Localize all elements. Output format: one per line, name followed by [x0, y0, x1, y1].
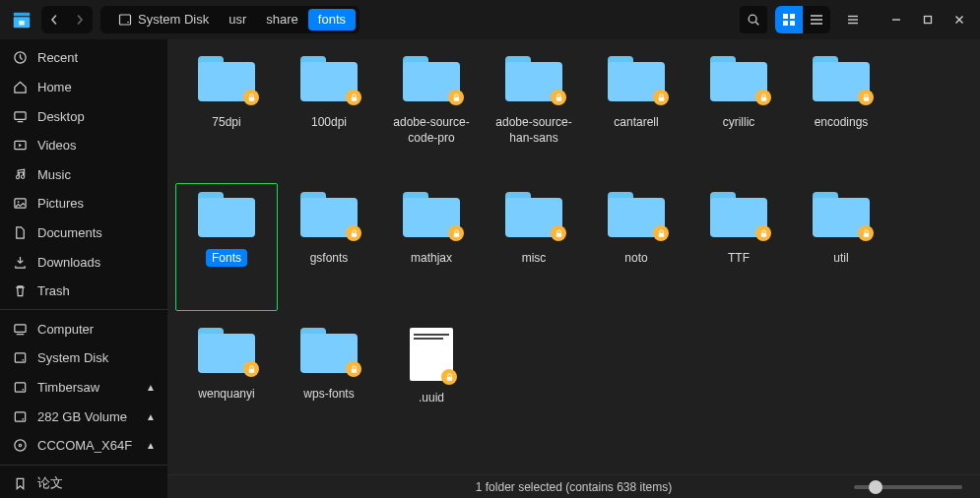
svg-rect-51 [351, 368, 356, 372]
svg-line-6 [755, 22, 758, 25]
eject-icon[interactable]: ▲ [146, 440, 156, 451]
svg-point-26 [17, 202, 19, 204]
svg-rect-49 [863, 232, 868, 236]
sidebar-item[interactable]: System Disk [0, 343, 167, 373]
sidebar-item[interactable]: Pictures [0, 189, 167, 218]
desktop-icon [12, 108, 28, 124]
nav-forward-button[interactable] [67, 6, 93, 33]
file-grid[interactable]: 75dpi100dpiadobe-source-code-proadobe-so… [167, 39, 980, 474]
folder-item[interactable]: 75dpi [175, 47, 278, 175]
sidebar-item[interactable]: Downloads [0, 247, 167, 277]
sidebar-item[interactable]: Recent [0, 43, 167, 73]
sidebar-separator [0, 309, 167, 310]
disk-icon [118, 13, 132, 27]
nav-back-button[interactable] [41, 6, 67, 33]
sidebar-item[interactable]: Trash [0, 277, 167, 306]
svg-rect-39 [453, 96, 458, 100]
folder-item[interactable]: adobe-source-han-sans [483, 47, 585, 175]
folder-item[interactable]: 100dpi [278, 47, 380, 175]
eject-icon[interactable]: ▲ [146, 382, 156, 393]
lock-badge-icon [858, 225, 874, 241]
folder-icon [198, 56, 255, 101]
lock-badge-icon [858, 90, 874, 105]
item-label: util [827, 249, 854, 267]
lock-badge-icon [346, 225, 361, 241]
list-view-button[interactable] [803, 6, 830, 33]
svg-rect-41 [658, 96, 663, 100]
folder-item[interactable]: adobe-source-code-pro [380, 47, 483, 175]
sidebar-item-label: Computer [37, 322, 94, 337]
lock-badge-icon [448, 225, 464, 241]
folder-icon [710, 56, 767, 101]
sidebar-item-label: CCCOMA_X64F [37, 438, 132, 453]
folder-item[interactable]: TTF [687, 183, 790, 311]
lock-badge-icon [346, 361, 361, 377]
svg-rect-2 [19, 21, 25, 26]
breadcrumb-segment[interactable]: share [256, 9, 308, 31]
file-item[interactable]: .uuid [380, 319, 483, 447]
minimize-button[interactable] [882, 5, 911, 34]
sidebar-item[interactable]: Documents [0, 218, 167, 248]
lock-badge-icon [448, 90, 464, 105]
svg-point-30 [22, 359, 24, 361]
breadcrumb-segment[interactable]: System Disk [108, 9, 219, 31]
sidebar-item[interactable]: 282 GB Volume▲ [0, 402, 167, 431]
sidebar-item[interactable]: Music [0, 159, 167, 189]
folder-item[interactable]: util [790, 183, 892, 311]
svg-point-35 [14, 440, 25, 451]
svg-rect-22 [14, 111, 25, 119]
view-toggle [775, 6, 830, 33]
breadcrumb-segment[interactable]: fonts [308, 9, 356, 31]
zoom-handle[interactable] [869, 480, 882, 494]
item-label: noto [619, 249, 653, 267]
item-label: 100dpi [305, 113, 353, 131]
trash-icon [12, 283, 28, 299]
icon-view-button[interactable] [775, 6, 803, 33]
lock-badge-icon [243, 361, 259, 377]
folder-item[interactable]: wps-fonts [278, 319, 380, 447]
sidebar-item[interactable]: Computer [0, 314, 167, 343]
folder-icon [505, 192, 562, 237]
sidebar-item[interactable]: CCCOMA_X64F▲ [0, 431, 167, 461]
lock-badge-icon [755, 225, 771, 241]
eject-icon[interactable]: ▲ [146, 411, 156, 422]
folder-item[interactable]: encodings [790, 47, 892, 175]
menu-button[interactable] [838, 5, 868, 34]
folder-icon [608, 56, 665, 101]
lock-badge-icon [551, 90, 566, 105]
search-button[interactable] [740, 6, 767, 33]
sidebar-item[interactable]: Videos [0, 131, 167, 160]
disk-icon [12, 379, 28, 395]
folder-icon [403, 56, 460, 101]
sidebar-item[interactable]: Home [0, 73, 167, 102]
sidebar-item[interactable]: 论文 [0, 469, 167, 499]
folder-icon [300, 56, 358, 101]
folder-item[interactable]: mathjax [380, 183, 483, 311]
breadcrumb-label: share [266, 9, 298, 31]
svg-rect-43 [863, 96, 868, 100]
clock-icon [12, 50, 28, 66]
sidebar-item[interactable]: Timbersaw▲ [0, 373, 167, 403]
folder-item[interactable]: gsfonts [278, 183, 380, 311]
sidebar: RecentHomeDesktopVideosMusicPicturesDocu… [0, 39, 167, 498]
zoom-slider[interactable] [854, 485, 962, 489]
video-icon [12, 138, 28, 154]
folder-item[interactable]: Fonts [175, 183, 278, 311]
folder-item[interactable]: noto [585, 183, 687, 311]
maximize-button[interactable] [913, 5, 943, 34]
svg-rect-44 [351, 232, 356, 236]
folder-item[interactable]: misc [483, 183, 585, 311]
folder-item[interactable]: cyrillic [687, 47, 790, 175]
folder-item[interactable]: cantarell [585, 47, 687, 175]
sidebar-item[interactable]: Desktop [0, 101, 167, 131]
close-button[interactable] [945, 5, 974, 34]
document-icon [12, 224, 28, 240]
disc-icon [12, 438, 28, 454]
breadcrumb-segment[interactable]: usr [219, 9, 256, 31]
window-controls [882, 5, 974, 34]
disk-icon [12, 350, 28, 366]
item-label: misc [516, 249, 553, 267]
app-logo [10, 8, 33, 31]
svg-rect-52 [446, 376, 451, 380]
folder-item[interactable]: wenquanyi [175, 319, 278, 447]
